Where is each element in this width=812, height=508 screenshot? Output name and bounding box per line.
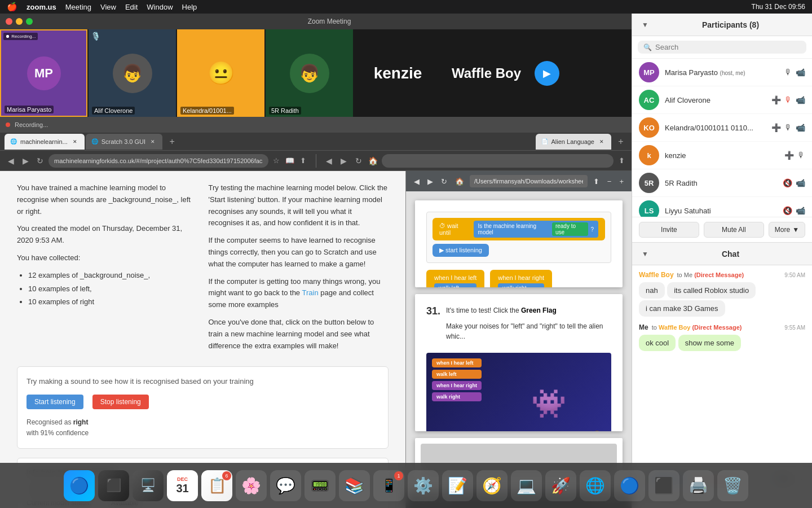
dock-ibooks[interactable]: 📚 — [339, 470, 370, 501]
tab-ml-close[interactable]: ✕ — [71, 138, 79, 146]
forward-button-right[interactable]: ▶ — [338, 155, 350, 167]
step31-number: 31. — [426, 305, 440, 317]
avatar-kenzie: k — [639, 145, 659, 165]
when-hear-left-block: when I hear left walk left — [426, 270, 484, 287]
pdf-refresh-btn[interactable]: ↻ — [439, 176, 449, 187]
pdf-back-btn[interactable]: ◀ — [412, 176, 422, 187]
apple-menu[interactable]: 🍎 — [7, 2, 17, 12]
address-bar: ◀ ▶ ↻ ☆ 📖 ⬆ ◀ ▶ ↻ 🏠 ⬆ — [0, 151, 632, 171]
dock-finder[interactable]: 🔵 — [64, 470, 95, 501]
dock-calendar[interactable]: DEC 31 — [167, 470, 198, 501]
dock-terminal[interactable]: 💻 — [511, 470, 542, 501]
forward-button-left[interactable]: ▶ — [19, 155, 32, 167]
video-next-button[interactable]: ▶ — [535, 61, 559, 86]
ml-collected-list: 12 examples of _background_noise_, 10 ex… — [28, 270, 197, 308]
start-listening-button[interactable]: Start listening — [27, 395, 83, 409]
search-input[interactable] — [655, 43, 801, 51]
dock-printer[interactable]: 🖨️ — [683, 470, 714, 501]
mute-icon-radith: 🔇 — [783, 178, 792, 187]
video-thumb-marisa[interactable]: MP Marisa Paryasto ⏺ Recording... — [0, 29, 87, 117]
menu-meeting[interactable]: Meeting — [65, 3, 91, 11]
new-tab-button[interactable]: + — [166, 135, 178, 148]
dock-launchpad[interactable]: ⬛ — [98, 470, 129, 501]
menu-bar-right: Thu 31 Dec 09:56 — [752, 3, 805, 11]
game-character: 🧑 — [586, 430, 606, 431]
dock-reminders[interactable]: 📋 6 — [201, 470, 232, 501]
home-button-right[interactable]: 🏠 — [367, 155, 379, 167]
pdf-share-btn[interactable]: ⬆ — [591, 176, 602, 187]
train-link[interactable]: Train — [302, 288, 318, 297]
dock-notes[interactable]: 📝 — [442, 470, 473, 501]
tab-scratch[interactable]: 🌐 Scratch 3.0 GUI ✕ — [86, 134, 162, 150]
video-thumb-kelandra[interactable]: 😐 Kelandra/01001... — [177, 29, 264, 117]
participants-list: MP Marisa Paryasto (host, me) 🎙 📹 AC Ali… — [632, 59, 812, 217]
ml-intro-2: You created the model on Thursday, Decem… — [17, 223, 197, 247]
dock-safari[interactable]: 🧭 — [476, 470, 508, 501]
refresh-button-left[interactable]: ↻ — [34, 155, 46, 167]
chat-header: ▼ Chat — [632, 243, 812, 265]
pdf-zoom-out[interactable]: − — [605, 176, 614, 187]
dock-contacts[interactable]: 📟 — [304, 470, 336, 501]
dock-calendar-month: DEC — [177, 476, 188, 482]
address-input-right[interactable] — [382, 154, 614, 168]
tab-pdf[interactable]: 📄 Alien Language ✕ — [536, 134, 611, 150]
dock-sourcetree[interactable]: ⬛ — [648, 470, 679, 501]
dock-zoom[interactable]: 🔵 — [614, 470, 645, 501]
bookmark-icon[interactable]: ☆ — [271, 155, 282, 167]
pdf-zoom-in[interactable]: + — [617, 176, 626, 187]
maximize-button[interactable] — [26, 18, 33, 25]
mute-all-button[interactable]: Mute All — [704, 222, 764, 238]
close-button[interactable] — [6, 18, 12, 25]
pdf-step31-content: 31. It's time to test! Click the Green F… — [415, 294, 623, 431]
video-thumb-kenzie[interactable]: kenzie — [354, 29, 442, 117]
dock-preview[interactable]: 🖥️ — [133, 470, 164, 501]
pdf-page-content-blocks: ⏱ wait until Is the machine learning mod… — [415, 200, 623, 287]
video-thumb-radith[interactable]: 👦 5R Radith — [266, 29, 353, 117]
video-thumb-waffle[interactable]: Waffle Boy — [443, 29, 530, 117]
me-to: to Waffle Boy (Direct Message) — [652, 324, 742, 331]
dock-photos[interactable]: 🌸 — [236, 470, 267, 501]
refresh-button-right[interactable]: ↻ — [352, 155, 365, 167]
participant-name-alif: Alif Cloverone — [92, 107, 135, 115]
me-time: 9:55 AM — [784, 325, 805, 331]
dock-sketch[interactable]: 🚀 — [545, 470, 576, 501]
chat-group-waffle: Waffle Boy to Me (Direct Message) 9:50 A… — [639, 271, 805, 317]
menu-help[interactable]: Help — [182, 3, 197, 11]
green-flag-text: Green Flag — [521, 306, 557, 314]
dock-sysprefs[interactable]: ⚙️ — [408, 470, 439, 501]
back-button-left[interactable]: ◀ — [5, 155, 17, 167]
tab-ml-kids[interactable]: 🌐 machinelearnin... ✕ — [5, 134, 85, 150]
pdf-fwd-btn[interactable]: ▶ — [425, 176, 435, 187]
dock-chrome[interactable]: 🌐 — [580, 470, 611, 501]
invite-button[interactable]: Invite — [639, 222, 699, 238]
chat-collapse-btn[interactable]: ▼ — [639, 248, 651, 260]
dock: 🔵 ⬛ 🖥️ DEC 31 📋 6 🌸 💬 📟 📚 📱 1 ⚙️ 📝 🧭 💻 🚀… — [0, 463, 812, 508]
dock-trash[interactable]: 🗑️ — [717, 470, 748, 501]
pdf-home-btn[interactable]: 🏠 — [453, 176, 466, 187]
participants-collapse-btn[interactable]: ▼ — [639, 19, 651, 31]
ml-right-col: Try testing the machine learning model b… — [209, 182, 389, 357]
share-icon-left[interactable]: ⬆ — [298, 155, 309, 167]
address-input-left[interactable] — [48, 154, 268, 168]
pdf-new-tab-button[interactable]: + — [615, 135, 627, 148]
menu-view[interactable]: View — [100, 3, 116, 11]
menu-window[interactable]: Window — [147, 3, 173, 11]
mini-block-2: walk left — [432, 370, 482, 379]
tab-scratch-close[interactable]: ✕ — [149, 138, 157, 146]
tab-bar: 🌐 machinelearnin... ✕ 🌐 Scratch 3.0 GUI … — [0, 133, 632, 151]
menu-edit[interactable]: Edit — [125, 3, 138, 11]
ml-right-1: Try testing the machine learning model b… — [209, 182, 389, 229]
confidence-text: with 91% confidence — [27, 429, 89, 437]
right-address-bar: ◀ ▶ ↻ 🏠 ⬆ — [323, 154, 628, 168]
more-button[interactable]: More ▼ — [769, 222, 805, 238]
tab-pdf-close[interactable]: ✕ — [598, 138, 606, 146]
video-thumb-alif[interactable]: 👦 🎙️ Alif Cloverone — [89, 29, 176, 117]
share-icon-right[interactable]: ⬆ — [616, 155, 627, 167]
reader-icon[interactable]: 📖 — [284, 155, 295, 167]
stop-listening-button[interactable]: Stop listening — [92, 395, 149, 409]
dock-appstore[interactable]: 📱 1 — [373, 470, 404, 501]
minimize-button[interactable] — [16, 18, 23, 25]
dock-messages[interactable]: 💬 — [270, 470, 301, 501]
back-button-right[interactable]: ◀ — [323, 155, 336, 167]
pdf-address-input[interactable] — [470, 175, 588, 187]
